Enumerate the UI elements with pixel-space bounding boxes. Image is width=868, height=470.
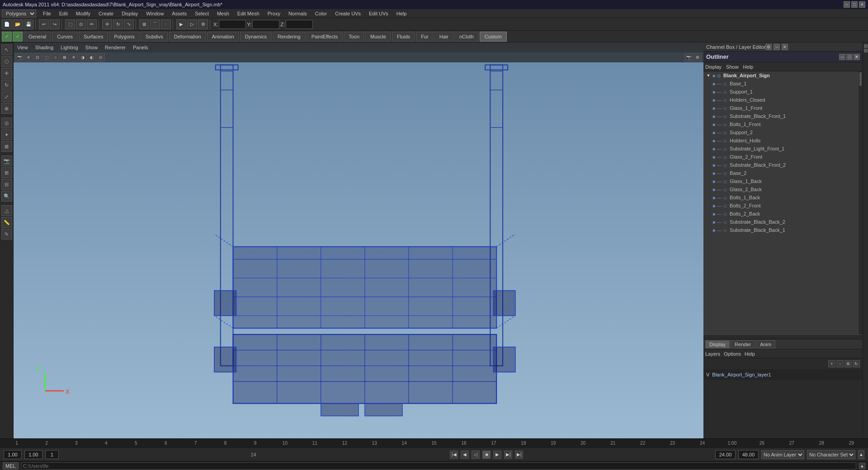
vp-ao[interactable]: ◐ [88, 53, 96, 61]
status-expand-button[interactable]: ▲ [859, 463, 865, 469]
vp-wireframe[interactable]: ⬚ [42, 53, 51, 61]
snap-grid-button[interactable]: ⊞ [139, 19, 149, 29]
sub-tab-help[interactable]: Help [745, 351, 755, 357]
outliner-scrollbar[interactable] [858, 71, 863, 334]
tab-fluids[interactable]: Fluids [392, 32, 415, 42]
tab-ncloth[interactable]: nCloth [454, 32, 479, 42]
tab-polygons[interactable]: Polygons [109, 32, 139, 42]
save-scene-button[interactable]: 💾 [24, 19, 33, 29]
menu-color[interactable]: Color [314, 11, 328, 16]
vp-smooth-shade[interactable]: ○ [52, 53, 60, 61]
redo-button[interactable]: ↪ [50, 19, 60, 29]
z-coord-input[interactable] [286, 20, 313, 29]
camera-tools-button[interactable]: 📷 [1, 155, 12, 166]
viewport-menu-shading[interactable]: Shading [35, 45, 53, 50]
shelf-option-2[interactable]: ✓ [13, 32, 23, 42]
vp-isolate[interactable]: ⊙ [97, 53, 105, 61]
viewport-menu-show[interactable]: Show [85, 45, 98, 50]
outliner-item-substrate-black-back2[interactable]: ■ — ◇ Substrate_Black_Back_2 [703, 218, 858, 226]
outliner-menu-display[interactable]: Display [705, 64, 722, 70]
tab-painteffects[interactable]: PaintEffects [307, 32, 343, 42]
vp-select-camera[interactable]: 📷 [15, 53, 24, 61]
outliner-item-support1[interactable]: ■ — ◇ Support_1 [703, 88, 858, 96]
end-frame-field[interactable] [715, 450, 736, 459]
playback-keyframe-field[interactable] [45, 450, 59, 459]
x-coord-input[interactable] [219, 20, 246, 29]
snap-to-poly-button[interactable]: △ [1, 205, 12, 216]
outliner-item-root[interactable]: ▼ ■ ◇ Blank_Airport_Sign [703, 71, 858, 80]
menu-create[interactable]: Create [97, 11, 115, 16]
mel-script-button[interactable]: MEL [3, 462, 19, 470]
paint-select-button[interactable]: ⬡ [1, 56, 12, 67]
outliner-item-glass2front[interactable]: ■ — ◇ Glass_2_Front [703, 153, 858, 161]
menu-edit[interactable]: Edit [58, 11, 69, 16]
universal-manip-button[interactable]: ⊕ [1, 103, 12, 114]
dolly-button[interactable]: ⊟ [1, 179, 12, 190]
layer-name[interactable]: Blank_Airport_Sign_layer1 [712, 372, 771, 377]
outliner-item-base2[interactable]: ■ — ◇ Base_2 [703, 169, 858, 177]
outliner-item-substrate-light-front1[interactable]: ■ — ◇ Substrate_Light_Front_1 [703, 145, 858, 153]
menu-edit-mesh[interactable]: Edit Mesh [236, 11, 261, 16]
move-button[interactable]: ✛ [1, 68, 12, 79]
tab-curves[interactable]: Curves [52, 32, 78, 42]
layer-delete-button[interactable]: - [836, 360, 844, 367]
show-manip-button[interactable]: ⊠ [1, 141, 12, 152]
menu-create-uvs[interactable]: Create UVs [334, 11, 362, 16]
snap-curve-button[interactable]: ⌒ [150, 19, 160, 29]
viewport-menu-lighting[interactable]: Lighting [61, 45, 78, 50]
menu-file[interactable]: File [42, 11, 52, 16]
open-scene-button[interactable]: 📂 [13, 19, 23, 29]
tab-muscle[interactable]: Muscle [365, 32, 391, 42]
move-tool-button[interactable]: ✛ [102, 19, 112, 29]
polygon-mode-selector[interactable]: Polygons [2, 9, 36, 18]
menu-proxy[interactable]: Proxy [266, 11, 282, 16]
track-button[interactable]: ⊞ [1, 167, 12, 178]
outliner-item-glass1front[interactable]: ■ — ◇ Glass_1_Front [703, 104, 858, 112]
soft-mod-button[interactable]: ◎ [1, 118, 12, 128]
tab-display[interactable]: Display [705, 340, 730, 348]
ipr-render-button[interactable]: ▷ [187, 19, 197, 29]
tab-surfaces[interactable]: Surfaces [79, 32, 108, 42]
tab-custom[interactable]: Custom [480, 32, 507, 42]
outliner-menu-help[interactable]: Help [743, 64, 754, 70]
rotate-button[interactable]: ↻ [1, 80, 12, 90]
scale-button[interactable]: ⤢ [1, 91, 12, 102]
sub-tab-options[interactable]: Options [724, 351, 741, 357]
command-input[interactable] [21, 462, 856, 470]
paint-tool-button[interactable]: ✏ [87, 19, 97, 29]
edge-btn-1[interactable] [864, 44, 868, 48]
tab-fur[interactable]: Fur [416, 32, 434, 42]
y-coord-input[interactable] [252, 20, 279, 29]
layer-create-button[interactable]: + [828, 360, 835, 367]
render-settings-button[interactable]: ⚙ [198, 19, 208, 29]
outliner-item-substrate-black-front1[interactable]: ■ — ◇ Substrate_Black_Front_1 [703, 112, 858, 120]
outliner-item-bolts1front[interactable]: ■ — ◇ Bolts_1_Front [703, 120, 858, 128]
outliner-item-support2[interactable]: ■ — ◇ Support_2 [703, 128, 858, 136]
annotate-button[interactable]: ✎ [1, 229, 12, 240]
menu-display[interactable]: Display [120, 11, 139, 16]
panel-close-button[interactable]: ✕ [782, 44, 788, 50]
menu-mesh[interactable]: Mesh [216, 11, 231, 16]
outliner-menu-show[interactable]: Show [726, 64, 739, 70]
outliner-close[interactable]: ✕ [854, 54, 860, 60]
outliner-item-holders-closed[interactable]: ■ — ◇ Holders_Closed [703, 96, 858, 104]
outliner-item-glass1back[interactable]: ■ — ◇ Glass_1_Back [703, 177, 858, 185]
tab-general[interactable]: General [24, 32, 51, 42]
vp-frame-all[interactable]: ⊡ [33, 53, 42, 61]
vp-snapshot[interactable]: 📷 [684, 53, 693, 61]
tab-hair[interactable]: Hair [434, 32, 453, 42]
snap-point-button[interactable]: · [161, 19, 171, 29]
outliner-item-bolts2front[interactable]: ■ — ◇ Bolts_2_Front [703, 202, 858, 210]
menu-window[interactable]: Window [145, 11, 165, 16]
zoom-button[interactable]: 🔍 [1, 191, 12, 202]
next-frame-button[interactable]: ▶| [504, 451, 512, 459]
timeline[interactable]: 1 2 3 4 5 6 7 8 9 10 11 12 13 14 15 16 1… [0, 438, 868, 447]
outliner-item-base1[interactable]: ■ — ◇ Base_1 [703, 80, 858, 88]
menu-modify[interactable]: Modify [75, 11, 92, 16]
playback-settings-button[interactable]: ▲ [858, 450, 864, 459]
vp-shadow[interactable]: ◑ [79, 53, 87, 61]
menu-edit-uvs[interactable]: Edit UVs [368, 11, 390, 16]
tab-dynamics[interactable]: Dynamics [240, 32, 272, 42]
tab-animation[interactable]: Animation [207, 32, 239, 42]
render-current-button[interactable]: ▶ [176, 19, 186, 29]
